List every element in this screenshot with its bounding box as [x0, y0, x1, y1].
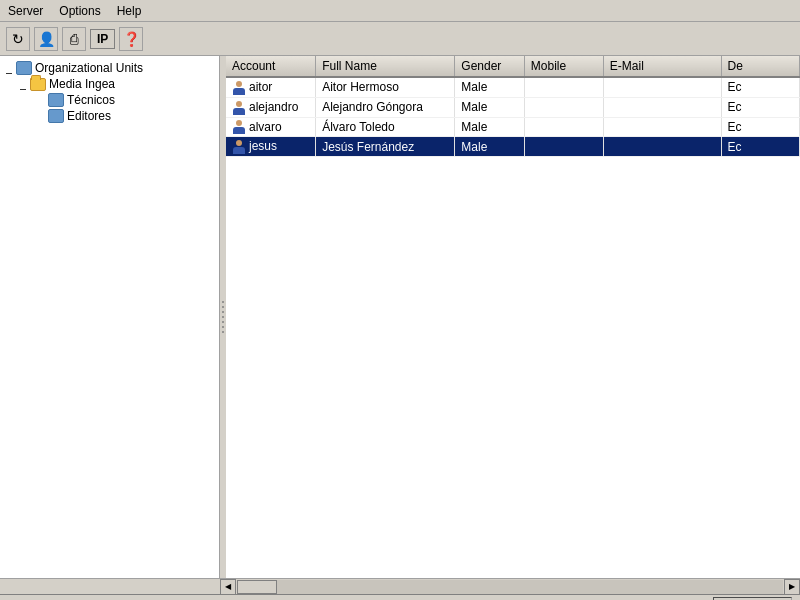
tecnicos-icon — [48, 93, 64, 107]
cell-account: aitor — [226, 77, 316, 97]
help-icon: ❓ — [123, 31, 140, 47]
user-icon: 👤 — [38, 31, 55, 47]
col-header-dept[interactable]: De — [721, 56, 799, 77]
col-header-mobile[interactable]: Mobile — [524, 56, 603, 77]
cell-mobile — [524, 137, 603, 157]
user-avatar-icon — [232, 140, 246, 154]
splitter-dot-2 — [222, 306, 224, 308]
ip-icon-label: IP — [97, 32, 108, 46]
editores-icon — [48, 109, 64, 123]
statusbar: IP:10.0.2.15 — [0, 594, 800, 600]
users-table: Account Full Name Gender Mobile E-Mail D… — [226, 56, 800, 157]
cell-fullname: Aitor Hermoso — [316, 77, 455, 97]
tree-item-tecnicos-label: Técnicos — [67, 93, 115, 107]
col-header-email[interactable]: E-Mail — [603, 56, 721, 77]
cell-account: alvaro — [226, 117, 316, 137]
expand-icon-editores — [36, 111, 46, 122]
col-header-fullname[interactable]: Full Name — [316, 56, 455, 77]
cell-email — [603, 137, 721, 157]
user-avatar-icon — [232, 81, 246, 95]
tree-root-label: Organizational Units — [35, 61, 143, 75]
cell-fullname: Álvaro Toledo — [316, 117, 455, 137]
splitter-dot-6 — [222, 326, 224, 328]
menu-server[interactable]: Server — [8, 4, 43, 18]
h-scroll-left-button[interactable]: ◀ — [220, 579, 236, 595]
cell-dept: Ec — [721, 97, 799, 117]
table-row[interactable]: jesusJesús FernándezMaleEc — [226, 137, 800, 157]
splitter-dot-4 — [222, 316, 224, 318]
media-ingea-folder-icon — [30, 78, 46, 91]
table-row[interactable]: alejandroAlejandro GóngoraMaleEc — [226, 97, 800, 117]
refresh-icon: ↻ — [12, 31, 24, 47]
toolbar-ip-button[interactable]: IP — [90, 29, 115, 49]
cell-dept: Ec — [721, 117, 799, 137]
toolbar-help-button[interactable]: ❓ — [119, 27, 143, 51]
cell-fullname: Alejandro Góngora — [316, 97, 455, 117]
toolbar-settings-button[interactable]: ⎙ — [62, 27, 86, 51]
expand-icon-tecnicos — [36, 95, 46, 106]
tree-item-tecnicos[interactable]: Técnicos — [0, 92, 219, 108]
tree-item-editores-label: Editores — [67, 109, 111, 123]
splitter-dot-7 — [222, 331, 224, 333]
cell-dept: Ec — [721, 77, 799, 97]
expand-icon-media[interactable]: ⎯ — [18, 79, 28, 90]
tree-item-media-ingea-label: Media Ingea — [49, 77, 115, 91]
h-scroll-thumb[interactable] — [237, 580, 277, 594]
splitter-dot-3 — [222, 311, 224, 313]
expand-icon-root[interactable]: ⎯ — [4, 63, 14, 74]
tree-panel: ⎯ Organizational Units ⎯ Media Ingea Téc… — [0, 56, 220, 578]
main-area: ⎯ Organizational Units ⎯ Media Ingea Téc… — [0, 56, 800, 578]
menubar: Server Options Help — [0, 0, 800, 22]
cell-dept: Ec — [721, 137, 799, 157]
cell-mobile — [524, 77, 603, 97]
org-units-icon — [16, 61, 32, 75]
cell-gender: Male — [455, 77, 524, 97]
splitter-dot-1 — [222, 301, 224, 303]
h-scroll-right-button[interactable]: ▶ — [784, 579, 800, 595]
cell-account: jesus — [226, 137, 316, 157]
user-avatar-icon — [232, 120, 246, 134]
splitter-dot-5 — [222, 321, 224, 323]
table-header-row: Account Full Name Gender Mobile E-Mail D… — [226, 56, 800, 77]
cell-fullname: Jesús Fernández — [316, 137, 455, 157]
cell-gender: Male — [455, 117, 524, 137]
cell-mobile — [524, 97, 603, 117]
col-header-account[interactable]: Account — [226, 56, 316, 77]
tree-item-media-ingea[interactable]: ⎯ Media Ingea — [0, 76, 219, 92]
toolbar: ↻ 👤 ⎙ IP ❓ — [0, 22, 800, 56]
status-ip: IP:10.0.2.15 — [713, 597, 792, 601]
toolbar-refresh-button[interactable]: ↻ — [6, 27, 30, 51]
cell-email — [603, 117, 721, 137]
settings-icon: ⎙ — [70, 31, 78, 47]
table-row[interactable]: aitorAitor HermosoMaleEc — [226, 77, 800, 97]
tree-item-editores[interactable]: Editores — [0, 108, 219, 124]
cell-email — [603, 77, 721, 97]
cell-gender: Male — [455, 137, 524, 157]
toolbar-user-button[interactable]: 👤 — [34, 27, 58, 51]
table-row[interactable]: alvaroÁlvaro ToledoMaleEc — [226, 117, 800, 137]
user-avatar-icon — [232, 101, 246, 115]
cell-gender: Male — [455, 97, 524, 117]
menu-options[interactable]: Options — [59, 4, 100, 18]
cell-mobile — [524, 117, 603, 137]
cell-account: alejandro — [226, 97, 316, 117]
menu-help[interactable]: Help — [117, 4, 142, 18]
table-panel: Account Full Name Gender Mobile E-Mail D… — [226, 56, 800, 578]
col-header-gender[interactable]: Gender — [455, 56, 524, 77]
cell-email — [603, 97, 721, 117]
tree-root[interactable]: ⎯ Organizational Units — [0, 60, 219, 76]
horizontal-scrollbar[interactable]: ◀ ▶ — [0, 578, 800, 594]
h-scroll-track[interactable] — [237, 580, 783, 594]
